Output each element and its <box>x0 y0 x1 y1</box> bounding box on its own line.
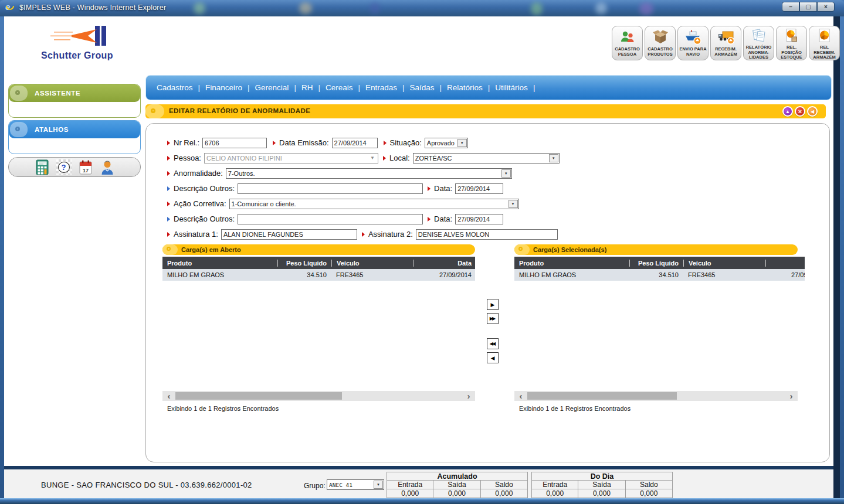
close-button[interactable]: × <box>817 2 835 12</box>
assinatura-2-input[interactable] <box>416 229 558 240</box>
data-anormalidade-label: Data: <box>434 184 452 193</box>
nr-rel-label: Nr Rel.: <box>174 138 199 147</box>
col-veiculo: Veículo <box>683 260 765 267</box>
tool-label: CADASTRO PRODUTOS <box>645 47 675 57</box>
section-tab <box>514 244 530 255</box>
documents-icon <box>751 28 767 44</box>
rel-recebimento-armazem-button[interactable]: REL RECEBIM. ARMAZÉM <box>809 26 840 60</box>
carga-aberto-row[interactable]: MILHO EM GRAOS 34.510 FRE3465 27/09/2014 <box>162 269 475 281</box>
page-title: EDITAR RELATÓRIO DE ANORMALIDADE <box>169 107 310 114</box>
menu-separator: | <box>402 83 405 92</box>
grupo-label: Grupo: <box>304 482 326 490</box>
col-peso-liquido: Peso Líquido <box>629 260 683 267</box>
local-select[interactable]: ZORTÉA/SC ▼ <box>413 153 560 164</box>
carga-aberto-hscrollbar[interactable]: ‹ › <box>162 391 475 401</box>
required-marker <box>273 141 276 145</box>
menu-separator: | <box>488 83 490 92</box>
col-produto: Produto <box>162 260 277 267</box>
calendar-icon[interactable]: 17 <box>77 159 94 175</box>
help-icon[interactable]: ? <box>56 159 72 175</box>
maximize-button[interactable]: ▢ <box>799 2 817 12</box>
descricao-outros-anormalidade-input[interactable] <box>238 183 423 194</box>
scroll-track[interactable] <box>527 392 785 400</box>
scroll-left-icon[interactable]: ‹ <box>514 391 527 400</box>
menu-utilitarios[interactable]: Utilitários <box>495 83 528 92</box>
rel-posicao-estoque-button[interactable]: REL. POSIÇÃO ESTOQUE <box>776 26 807 60</box>
calculator-icon[interactable] <box>34 159 50 175</box>
move-all-right-button[interactable]: ▶▶ <box>487 313 499 324</box>
close-page-button[interactable]: × <box>795 106 805 117</box>
menu-saidas[interactable]: Saídas <box>410 83 435 92</box>
title-bar: e $IMPLES WEB - Windows Internet Explore… <box>0 0 844 16</box>
situacao-select[interactable]: Aprovado ▼ <box>425 138 468 148</box>
cell-veiculo: FRE3465 <box>331 271 413 278</box>
cadastro-pessoa-button[interactable]: CADASTRO PESSOA <box>612 26 643 60</box>
pie-chart-doc-icon <box>816 28 833 44</box>
menu-relatorios[interactable]: Relatórios <box>447 83 483 92</box>
assistente-header[interactable]: ASSISTENTE <box>9 84 140 102</box>
anormalidade-label: Anormalidade: <box>174 169 223 178</box>
menu-gerencial[interactable]: Gerencial <box>255 83 289 92</box>
carga-selecionada-row[interactable]: MILHO EM GRAOS 34.510 FRE3465 27/09/2014 <box>514 269 805 281</box>
menu-cadastros[interactable]: Cadastros <box>157 83 193 92</box>
move-left-button[interactable]: ◀ <box>487 352 499 363</box>
scroll-track[interactable] <box>175 392 462 400</box>
atalhos-header[interactable]: ATALHOS <box>9 121 140 138</box>
assinatura-2-label: Assinatura 2: <box>368 230 413 239</box>
carga-selecionada-header-row: Produto Peso Líquido Veículo Data <box>514 257 805 269</box>
ring-icon <box>151 108 155 113</box>
nr-rel-input[interactable] <box>202 138 267 148</box>
minimize-button[interactable]: – <box>782 2 799 12</box>
grupo-select[interactable]: ANEC 41 ▼ <box>327 479 384 490</box>
background-blob <box>595 2 607 14</box>
relatorio-anormalidades-button[interactable]: RELATÓRIO ANORMA- LIDADES <box>743 26 774 60</box>
descricao-outros-acao-input[interactable] <box>238 214 423 224</box>
truck-icon <box>717 28 735 46</box>
recebimento-armazem-button[interactable]: RECEBIM. ARMAZÉM <box>710 26 741 60</box>
window-frame-bottom <box>0 498 844 504</box>
tool-label: RELATÓRIO ANORMA- LIDADES <box>744 45 774 60</box>
scroll-right-icon[interactable]: › <box>462 391 475 400</box>
menu-cereais[interactable]: Cereais <box>326 83 353 92</box>
acumulado-col-saida: Saída <box>433 481 480 489</box>
anormalidade-select[interactable]: 7-Outros. ▼ <box>226 168 512 179</box>
descricao-outros-label: Descrição Outros: <box>174 214 235 223</box>
carga-selecionada-hscrollbar[interactable]: ‹ › <box>514 391 798 401</box>
do-dia-col-saldo: Saldo <box>626 481 673 489</box>
menu-financeiro[interactable]: Financeiro <box>205 83 242 92</box>
panel-tab <box>10 122 28 137</box>
envio-para-navio-button[interactable]: ENVIO PARA NAVIO <box>677 26 709 60</box>
chevron-down-icon: ▼ <box>374 481 383 489</box>
scroll-right-icon[interactable]: › <box>785 391 798 400</box>
col-data: Data <box>765 260 805 267</box>
acao-corretiva-select[interactable]: 1-Comunicar o cliente. ▼ <box>229 199 519 209</box>
required-marker <box>167 202 170 206</box>
cell-produto: MILHO EM GRAOS <box>514 271 629 278</box>
pessoa-label: Pessoa: <box>174 154 201 162</box>
scroll-thumb[interactable] <box>175 392 342 400</box>
background-blob <box>531 2 543 15</box>
menu-separator: | <box>248 83 250 92</box>
carga-aberto-title-bar: Carga(s) em Aberto <box>162 244 475 255</box>
col-peso-liquido: Peso Líquido <box>277 260 331 267</box>
data-emissao-label: Data Emissão: <box>279 138 329 147</box>
move-all-left-button[interactable]: ◀◀ <box>487 338 499 349</box>
menu-entradas[interactable]: Entradas <box>365 83 397 92</box>
acao-corretiva-value: 1-Comunicar o cliente. <box>230 200 509 207</box>
person-icon[interactable] <box>99 159 116 175</box>
assinatura-1-input[interactable] <box>221 229 357 240</box>
data-emissao-input[interactable] <box>332 138 378 148</box>
menu-separator: | <box>318 83 320 92</box>
scroll-top-button[interactable]: ▲ <box>782 106 793 117</box>
cell-veiculo: FRE3465 <box>683 271 765 278</box>
pessoa-select[interactable]: CELIO ANTONIO FILIPINI ▼ <box>204 153 378 164</box>
back-button[interactable]: ◀ <box>807 106 818 117</box>
menu-rh[interactable]: RH <box>301 83 313 92</box>
data-acao-input[interactable] <box>455 214 503 224</box>
move-right-button[interactable]: ▶ <box>487 299 499 310</box>
pie-chart-box-icon <box>784 28 800 44</box>
cadastro-produtos-button[interactable]: CADASTRO PRODUTOS <box>645 26 676 60</box>
scroll-left-icon[interactable]: ‹ <box>162 391 175 400</box>
data-anormalidade-input[interactable] <box>455 183 503 194</box>
scroll-thumb[interactable] <box>527 392 677 400</box>
